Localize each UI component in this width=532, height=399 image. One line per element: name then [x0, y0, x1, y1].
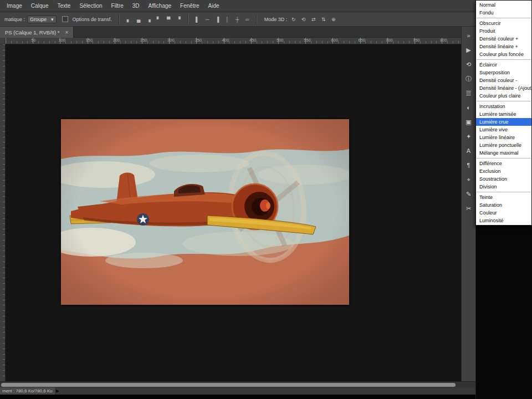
3d-scale-icon[interactable]: ⊕: [329, 15, 337, 23]
blend-mode-item[interactable]: Normal: [476, 1, 531, 9]
adjustments-panel-icon[interactable]: ◐: [463, 102, 474, 113]
menu-item[interactable]: 3D: [128, 0, 144, 12]
blend-mode-item[interactable]: Lumière crue: [476, 118, 531, 126]
ruler-label: 500: [277, 38, 284, 43]
distribute-bottom-edges-icon[interactable]: ▐: [213, 15, 222, 23]
ruler-label: 300: [167, 38, 175, 43]
align-top-edges-icon[interactable]: ▘: [155, 15, 163, 23]
align-right-edges-icon[interactable]: ▗: [145, 15, 153, 23]
menu-item[interactable]: Calque: [27, 0, 53, 12]
canvas-area[interactable]: [6, 44, 461, 381]
distribute-left-edges-icon[interactable]: │: [223, 15, 232, 23]
align-icon-group-1: ▖▄▗▘▀▝: [125, 15, 183, 23]
align-horizontal-centers-icon[interactable]: ▄: [135, 15, 143, 23]
blend-mode-item[interactable]: Densité linéaire +: [476, 43, 531, 50]
auto-select-dropdown[interactable]: Groupe ▾: [27, 16, 57, 23]
blend-mode-item[interactable]: Superposition: [476, 69, 531, 76]
blend-mode-item[interactable]: Lumière linéaire: [476, 134, 531, 141]
blend-mode-item[interactable]: Fondu: [476, 9, 531, 17]
blend-mode-item[interactable]: Densité couleur -: [476, 76, 531, 84]
blend-mode-item[interactable]: Lumière tamisée: [476, 110, 531, 118]
status-menu-arrow[interactable]: ▶: [56, 388, 59, 393]
history-panel-icon[interactable]: ⟲: [463, 59, 474, 70]
menu-item[interactable]: Image: [2, 0, 27, 12]
blend-mode-item[interactable]: Densité couleur +: [476, 35, 531, 43]
blend-mode-item[interactable]: Couleur plus claire: [476, 92, 531, 100]
chevron-down-icon: ▾: [51, 17, 54, 22]
mode3d-icon-group: ↻⟲⇄⇅⊕: [289, 15, 337, 23]
actions-panel-icon[interactable]: ▶: [463, 44, 474, 55]
3d-rotate-icon[interactable]: ↻: [289, 15, 298, 23]
notes-panel-icon[interactable]: ✎: [463, 188, 474, 200]
blend-mode-item[interactable]: Soustraction: [476, 175, 531, 183]
styles-panel-icon[interactable]: ✦: [463, 131, 474, 142]
distribute-top-edges-icon[interactable]: ▌: [193, 15, 202, 23]
blend-mode-item[interactable]: Couleur: [476, 209, 531, 217]
transform-controls-checkbox[interactable]: [62, 16, 68, 22]
scrollbar-thumb[interactable]: [1, 383, 456, 387]
blend-mode-item[interactable]: Lumière vive: [476, 126, 531, 134]
properties-panel-icon[interactable]: ☰: [463, 88, 474, 99]
panel-dock: »▶⟲ⓘ☰◐▣✦A¶⌖✎✂: [461, 27, 475, 381]
distribute-vertical-centers-icon[interactable]: ─: [203, 15, 212, 23]
blend-mode-item[interactable]: Exclusion: [476, 167, 531, 175]
ruler-label: 550: [304, 38, 311, 43]
menu-item[interactable]: Affichage: [144, 0, 176, 12]
ruler-label: 700: [386, 38, 393, 43]
ruler-label: 150: [86, 38, 93, 43]
blend-mode-item[interactable]: Obscurcir: [476, 19, 531, 27]
3d-slide-icon[interactable]: ⇅: [319, 15, 328, 23]
menu-item[interactable]: Sélection: [75, 0, 106, 12]
blend-mode-item[interactable]: Lumière ponctuelle: [476, 141, 531, 149]
blend-mode-item[interactable]: Luminosité: [476, 217, 531, 224]
menu-separator: [477, 59, 531, 60]
blend-mode-item[interactable]: Incrustation: [476, 103, 531, 110]
vertical-ruler[interactable]: [0, 44, 6, 381]
align-icon-group-2: ▌─▐│┼═: [193, 15, 252, 23]
document-tab[interactable]: PS (Calque 1, RVB/8) * ×: [0, 27, 74, 38]
window-bottom-edge: [0, 395, 532, 399]
clone-source-panel-icon[interactable]: ⌖: [463, 174, 474, 185]
menu-item[interactable]: Fenêtre: [176, 0, 203, 12]
blend-mode-item[interactable]: Mélange maximal: [476, 149, 531, 157]
auto-select-label: matique :: [4, 17, 25, 22]
paragraph-panel-icon[interactable]: ¶: [463, 160, 474, 171]
document-image[interactable]: [61, 119, 349, 305]
blend-mode-item[interactable]: Teinte: [476, 193, 531, 201]
masks-panel-icon[interactable]: ▣: [463, 116, 474, 127]
separator: [257, 14, 257, 24]
menu-item[interactable]: Filtre: [107, 0, 128, 12]
align-left-edges-icon[interactable]: ▖: [125, 15, 133, 23]
collapse-panels-icon[interactable]: »: [463, 30, 474, 41]
blend-mode-item[interactable]: Éclaircir: [476, 61, 531, 69]
blend-mode-item[interactable]: Différence: [476, 160, 531, 167]
blend-mode-item[interactable]: Produit: [476, 27, 531, 35]
blend-mode-item[interactable]: Saturation: [476, 201, 531, 209]
ruler-label: 350: [195, 38, 202, 43]
distribute-right-edges-icon[interactable]: ═: [243, 15, 252, 23]
character-panel-icon[interactable]: A: [463, 145, 474, 156]
align-bottom-edges-icon[interactable]: ▝: [175, 15, 183, 23]
blend-mode-item[interactable]: Densité linéaire - (Ajout): [476, 84, 531, 92]
info-panel-icon[interactable]: ⓘ: [463, 73, 474, 84]
ruler-corner: [0, 38, 6, 44]
menu-item[interactable]: Aide: [204, 0, 224, 12]
ruler-label: 800: [440, 38, 447, 43]
horizontal-scrollbar[interactable]: [0, 381, 475, 387]
separator: [188, 14, 188, 24]
tab-close-icon[interactable]: ×: [65, 29, 69, 35]
menu-item[interactable]: Texte: [53, 0, 75, 12]
align-vertical-centers-icon[interactable]: ▀: [165, 15, 173, 23]
trim-panel-icon[interactable]: ✂: [463, 203, 474, 214]
3d-roll-icon[interactable]: ⟲: [299, 15, 308, 23]
blend-mode-item[interactable]: Couleur plus foncée: [476, 50, 531, 58]
ruler-label: 650: [359, 38, 366, 43]
ruler-label: 100: [58, 38, 65, 43]
3d-pan-icon[interactable]: ⇄: [309, 15, 318, 23]
status-bar: ment : 780,6 Ko/780,6 Ko ▶: [0, 387, 475, 395]
blend-mode-item[interactable]: Division: [476, 183, 531, 191]
distribute-horizontal-centers-icon[interactable]: ┼: [233, 15, 242, 23]
horizontal-ruler[interactable]: 5010015020025030035040045050055060065070…: [6, 38, 461, 44]
ruler-label: 750: [413, 38, 420, 43]
ruler-label: 50: [31, 38, 35, 43]
